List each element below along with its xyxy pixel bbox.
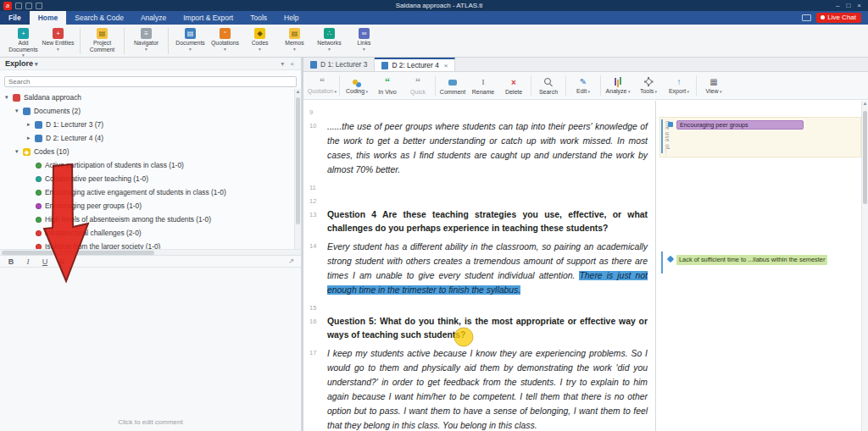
networks-button[interactable]: ∴ Networks — [312, 27, 347, 52]
paragraph-number: 11 — [309, 181, 320, 195]
tab-import-export[interactable]: Import & Export — [175, 11, 242, 25]
quotation-bracket[interactable] — [661, 251, 663, 274]
tab-file[interactable]: File — [0, 11, 30, 25]
tree-item-code[interactable]: ▸ Active participation of students in cl… — [0, 158, 301, 172]
quick-coding-button[interactable]: “ Quick — [403, 77, 433, 95]
delete-icon: × — [511, 78, 516, 87]
undo-icon[interactable] — [25, 3, 32, 9]
document-icon — [310, 61, 317, 69]
quotation-bracket[interactable] — [661, 119, 663, 153]
save-icon[interactable] — [15, 3, 22, 9]
codes-folder-icon: ◆ — [23, 148, 31, 156]
coding-button[interactable]: Coding — [342, 76, 372, 95]
rename-button[interactable]: I Rename — [468, 77, 498, 95]
analyze-button[interactable]: Analyze — [603, 76, 633, 95]
document-tab-1[interactable]: D 1: Lecturer 3 — [303, 58, 375, 71]
tree-horizontal-scrollbar[interactable] — [0, 249, 301, 255]
in-vivo-icon: “ — [385, 78, 390, 86]
paragraph-text: Question 4 Are these teaching strategies… — [327, 208, 648, 235]
minimize-button[interactable]: – — [836, 3, 839, 9]
tree-item-code[interactable]: ▸ Encouraging peer groups (1-0) — [0, 199, 301, 213]
underline-button[interactable]: U — [41, 257, 49, 266]
tree-item-code[interactable]: ▸ Encouraging active engagement of stude… — [0, 185, 301, 199]
screen-share-icon[interactable] — [802, 14, 811, 21]
close-button[interactable]: × — [857, 3, 861, 9]
comment-editor[interactable]: Click to edit comment — [0, 268, 301, 431]
tree-item-code[interactable]: ▸ High levels of absenteeism among the s… — [0, 213, 301, 226]
tree-item-documents[interactable]: ▾ Documents (2) — [0, 104, 301, 118]
live-chat-icon — [821, 15, 825, 19]
document-text[interactable]: 9 10 ......the use of peer groups where … — [303, 101, 655, 431]
expand-icon[interactable]: ▾ — [5, 94, 13, 101]
tools-button[interactable]: Tools — [633, 76, 664, 95]
italic-button[interactable]: I — [24, 257, 32, 266]
panel-undock-icon[interactable]: ▾ — [279, 60, 286, 68]
navigator-button[interactable]: ≡ Navigator — [129, 27, 164, 52]
paragraph-text: Question 5: What do you think, is the mo… — [327, 315, 648, 342]
tab-help[interactable]: Help — [275, 11, 307, 25]
tab-analyze[interactable]: Analyze — [132, 11, 175, 25]
tree-scrollbar[interactable]: ▲ — [294, 89, 301, 249]
documents-folder-icon — [23, 108, 31, 115]
tree-item-label: D 2: Lecturer 4 (4) — [46, 134, 103, 142]
live-chat-button[interactable]: Live Chat — [816, 13, 861, 23]
paragraph-text: Every student has a different ability in… — [327, 240, 648, 297]
project-tree: ▾ Saldana approach ▾ Documents (2) ▸ D 1… — [0, 89, 301, 249]
export-button[interactable]: ↑ Export — [664, 76, 694, 95]
tab-tools[interactable]: Tools — [242, 11, 275, 25]
comment-placeholder: Click to edit comment — [118, 418, 182, 426]
tree-item-code[interactable]: ▸ Infrastructural challenges (2-0) — [0, 226, 301, 240]
paragraph-text: I keep my students active because I know… — [327, 346, 648, 431]
delete-button[interactable]: × Delete — [498, 77, 529, 95]
memos-button[interactable]: ▤ Memos — [277, 27, 312, 52]
margin-code-lack-of-time[interactable]: Lack of sufficient time to ...llabus wit… — [676, 255, 827, 265]
quotation-marker-icon — [667, 256, 674, 262]
document-tab-2-active[interactable]: D 2: Lecturer 4 — [375, 58, 455, 71]
popout-comment-icon[interactable]: ↗ — [288, 257, 294, 265]
tree-item-label: Codes (10) — [34, 147, 69, 156]
quotation-button[interactable]: “ Quotation — [307, 76, 337, 95]
new-entities-button[interactable]: + New Entities — [41, 27, 75, 52]
tree-item-code[interactable]: ▸ Collaborative peer teaching (1-0) — [0, 172, 301, 185]
expand-icon[interactable]: ▾ — [15, 108, 23, 114]
paragraph: 14 Every student has a different ability… — [309, 240, 655, 297]
margin-code-encouraging-peer-groups[interactable]: Encouraging peer groups — [676, 120, 804, 130]
in-vivo-button[interactable]: “ In Vivo — [372, 77, 403, 95]
tab-home[interactable]: Home — [30, 11, 67, 25]
tree-item-label: Isolation from the larger society (1-0) — [45, 242, 160, 249]
tree-item-project-root[interactable]: ▾ Saldana approach — [0, 91, 301, 104]
tree-item-label: Documents (2) — [34, 107, 81, 115]
edit-button[interactable]: ✎ Edit — [568, 76, 598, 95]
bold-button[interactable]: B — [7, 257, 15, 266]
tree-item-label: Encouraging peer groups (1-0) — [45, 202, 142, 210]
tree-item-codes[interactable]: ▾ ◆ Codes (10) — [0, 145, 301, 158]
links-button[interactable]: ∞ Links — [347, 27, 381, 52]
project-comment-button[interactable]: ▤ Project Comment — [85, 27, 120, 52]
quotations-button[interactable]: “ Quotations — [208, 27, 242, 52]
add-documents-button[interactable]: + Add Documents — [6, 27, 41, 58]
tree-item-code[interactable]: ▸ Isolation from the larger society (1-0… — [0, 240, 301, 249]
paragraph-number: 13 — [309, 208, 320, 235]
expand-icon[interactable]: ▸ — [27, 135, 35, 141]
search-button[interactable]: Search — [533, 77, 564, 95]
comment-format-toolbar: B I U S ↗ — [0, 255, 301, 268]
explore-panel: Explore ▾ × ▾ Saldana approach ▾ Documen… — [0, 58, 302, 431]
panel-close-icon[interactable]: × — [288, 60, 296, 68]
explore-title[interactable]: Explore — [5, 59, 37, 68]
document-scrollbar[interactable]: ▲ — [861, 101, 868, 431]
paragraph-number: 12 — [309, 195, 320, 208]
documents-button[interactable]: ▤ Documents — [173, 27, 208, 52]
strikethrough-button[interactable]: S — [58, 257, 66, 266]
expand-icon[interactable]: ▸ — [27, 121, 35, 128]
comment-button[interactable]: Comment — [437, 77, 468, 95]
tree-item-document-2[interactable]: ▸ D 2: Lecturer 4 (4) — [0, 131, 301, 145]
tree-item-document-1[interactable]: ▸ D 1: Lecturer 3 (7) — [0, 118, 301, 131]
redo-icon[interactable] — [36, 3, 42, 9]
expand-icon[interactable]: ▾ — [15, 148, 23, 155]
tab-search-and-code[interactable]: Search & Code — [66, 11, 132, 25]
search-input[interactable] — [4, 76, 297, 87]
view-button[interactable]: ▦ View — [698, 76, 729, 95]
codes-button[interactable]: ◆ Codes — [242, 27, 277, 52]
close-tab-icon[interactable] — [442, 61, 448, 69]
maximize-button[interactable]: □ — [846, 3, 850, 9]
